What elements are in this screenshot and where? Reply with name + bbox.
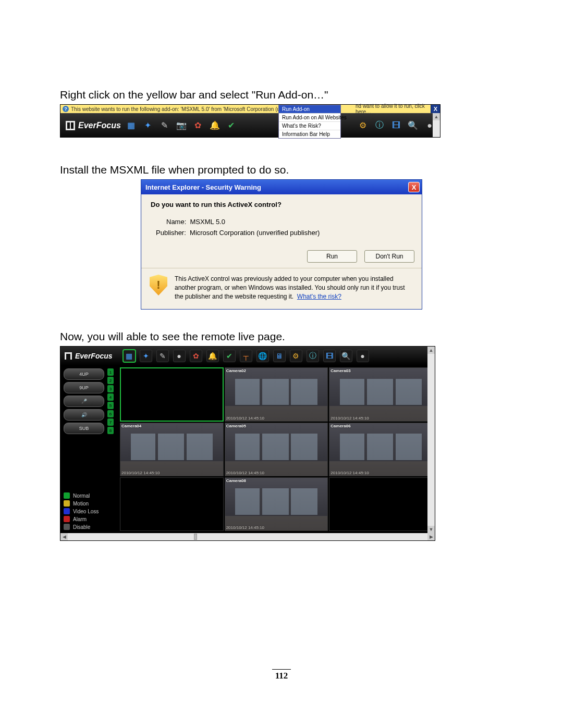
vertical-scrollbar[interactable]: ▲ <box>433 113 440 137</box>
shield-icon: ! <box>150 275 167 295</box>
channel-8[interactable]: 8 <box>107 427 114 434</box>
mic-button[interactable]: 🎤 <box>64 396 104 407</box>
monitor-icon[interactable]: 🖥 <box>273 350 286 362</box>
info-icon[interactable]: ⓘ <box>307 350 319 362</box>
scroll-down-arrow-icon[interactable]: ▼ <box>427 526 435 533</box>
camera-timestamp: 2010/10/12 14:45:10 <box>121 471 160 475</box>
camera-tile-3[interactable]: Camera03 2010/10/12 14:45:10 <box>329 367 433 421</box>
info-icon[interactable]: ⓘ <box>374 120 385 131</box>
channel-2[interactable]: 2 <box>107 377 114 384</box>
dialog-close-button[interactable]: X <box>408 182 420 192</box>
channel-3[interactable]: 3 <box>107 385 114 392</box>
camera-timestamp: 2010/10/12 14:45:10 <box>226 471 264 475</box>
camera-tile-5[interactable]: Camera05 2010/10/12 14:45:10 <box>225 423 328 476</box>
sparkle-icon[interactable]: ✦ <box>140 350 152 362</box>
logo-mark-icon <box>66 121 75 130</box>
camera-label: Camera03 <box>331 368 350 373</box>
reel-icon[interactable]: ✿ <box>193 120 203 131</box>
dialog-titlebar: Internet Explorer - Security Warning X <box>141 180 422 194</box>
wand-icon[interactable]: ✎ <box>160 120 170 131</box>
camera-tile-4[interactable]: Camera04 2010/10/12 14:45:10 <box>120 423 224 476</box>
grid-icon[interactable]: ▦ <box>123 350 136 362</box>
dialog-publisher-row: Publisher: Microsoft Corporation (unveri… <box>156 229 412 237</box>
camera-tile-7[interactable] <box>120 477 224 531</box>
menu-item-run-addon[interactable]: Run Add-on <box>279 105 340 114</box>
scroll-track[interactable] <box>68 533 427 540</box>
camera-timestamp: 2010/10/12 14:45:10 <box>331 471 369 475</box>
menu-item-run-addon-all[interactable]: Run Add-on on All Websites <box>279 114 340 122</box>
bell-icon[interactable]: 🔔 <box>206 350 219 362</box>
dialog-warning-text: This ActiveX control was previously adde… <box>175 275 413 301</box>
wand-icon[interactable]: ✎ <box>156 350 169 362</box>
bell-icon[interactable]: 🔔 <box>210 120 220 131</box>
film-icon[interactable]: 🎞 <box>391 120 401 131</box>
camera-tile-1[interactable] <box>120 367 224 421</box>
network-icon[interactable]: ┬ <box>240 350 252 362</box>
legend-label: Alarm <box>73 516 87 522</box>
horizontal-scrollbar[interactable]: ◀ ▶ <box>60 533 435 540</box>
screenshot-infobar-toolbar: ? This website wants to run the followin… <box>60 104 440 138</box>
menu-item-whats-the-risk[interactable]: What's the Risk? <box>279 122 340 130</box>
scroll-right-arrow-icon[interactable]: ▶ <box>427 533 435 540</box>
scroll-up-arrow-icon[interactable]: ▲ <box>433 113 440 120</box>
clock-ok-icon[interactable]: ✔ <box>226 120 237 131</box>
camera-icon[interactable]: ● <box>173 350 186 362</box>
whats-the-risk-link[interactable]: What's the risk? <box>297 293 341 300</box>
run-button[interactable]: Run <box>307 250 357 263</box>
camera-label: Camera06 <box>331 424 350 428</box>
legend-motion: Motion <box>64 500 115 507</box>
sparkle-icon[interactable]: ✦ <box>143 120 153 131</box>
reel-icon[interactable]: ✿ <box>190 350 202 362</box>
channel-4[interactable]: 4 <box>107 393 114 401</box>
menu-item-info-bar-help[interactable]: Information Bar Help <box>279 130 340 138</box>
camera-tile-6[interactable]: Camera06 2010/10/12 14:45:10 <box>329 423 433 476</box>
live-toolbar-icons: ▦ ✦ ✎ ● ✿ 🔔 ✔ ┬ 🌐 🖥 ⚙ ⓘ 🎞 🔍 ● <box>123 350 369 362</box>
infobar-context-menu: Run Add-on Run Add-on on All Websites Wh… <box>278 105 341 139</box>
scroll-thumb[interactable] <box>194 534 197 540</box>
search-icon[interactable]: 🔍 <box>408 120 418 131</box>
brand-logo: EverFocus <box>66 121 121 130</box>
dialog-question: Do you want to run this ActiveX control? <box>151 201 412 208</box>
scroll-track[interactable] <box>427 354 435 526</box>
gear-icon[interactable]: ⚙ <box>358 120 368 131</box>
infobar-close-button[interactable]: X <box>431 105 440 113</box>
camera-tile-8[interactable]: Camera08 2010/10/12 14:45:10 <box>225 477 328 531</box>
dialog-warning-section: ! This ActiveX control was previously ad… <box>141 268 422 309</box>
speaker-button[interactable]: 🔊 <box>64 409 104 421</box>
channel-5[interactable]: 5 <box>107 402 114 409</box>
channel-1[interactable]: 1 <box>107 368 114 376</box>
legend-normal: Normal <box>64 492 115 499</box>
dialog-name-value: MSXML 5.0 <box>190 218 225 226</box>
dialog-name-label: Name: <box>166 218 186 226</box>
scroll-left-arrow-icon[interactable]: ◀ <box>60 533 68 540</box>
dialog-button-row: Run Don't Run <box>141 243 422 268</box>
dont-run-button[interactable]: Don't Run <box>364 250 414 263</box>
clock-ok-icon[interactable]: ✔ <box>223 350 236 362</box>
camera-grid: Camera02 2010/10/12 14:45:10 Camera03 20… <box>118 365 435 533</box>
camera-icon[interactable]: 📷 <box>176 120 187 131</box>
channel-7[interactable]: 7 <box>107 418 114 426</box>
dialog-title-text: Internet Explorer - Security Warning <box>145 183 261 191</box>
globe-icon[interactable]: 🌐 <box>256 350 269 362</box>
vertical-scrollbar[interactable]: ▲ ▼ <box>427 347 435 533</box>
camera-tile-9[interactable] <box>329 477 433 531</box>
scroll-up-arrow-icon[interactable]: ▲ <box>427 347 435 354</box>
live-sidebar: 4UP 9UP 🎤 🔊 SUB 1 2 3 4 5 6 7 8 <box>60 365 118 533</box>
grid-icon[interactable]: ▦ <box>126 120 137 131</box>
gear-icon[interactable]: ⚙ <box>290 350 302 362</box>
channel-number-column: 1 2 3 4 5 6 7 8 <box>107 368 115 434</box>
layout-4up-button[interactable]: 4UP <box>64 368 104 380</box>
layout-9up-button[interactable]: 9UP <box>64 382 104 393</box>
bulb-icon[interactable]: ● <box>357 350 369 362</box>
page-number-value: 112 <box>275 671 288 681</box>
film-icon[interactable]: 🎞 <box>323 350 336 362</box>
legend-video-loss: Video Loss <box>64 508 115 514</box>
channel-6[interactable]: 6 <box>107 410 114 417</box>
instruction-step1: Right click on the yellow bar and select… <box>60 89 503 101</box>
ie-information-bar[interactable]: ? This website wants to run the followin… <box>60 105 440 113</box>
camera-timestamp: 2010/10/12 14:45:10 <box>226 525 264 530</box>
camera-tile-2[interactable]: Camera02 2010/10/12 14:45:10 <box>225 367 328 421</box>
sub-stream-button[interactable]: SUB <box>64 423 104 434</box>
search-icon[interactable]: 🔍 <box>340 350 352 362</box>
camera-label: Camera04 <box>121 424 141 428</box>
